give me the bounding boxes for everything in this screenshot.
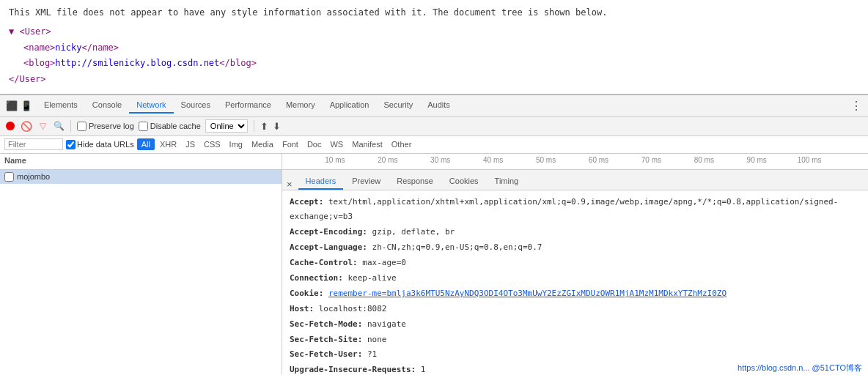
disable-cache-text: Disable cache [150,122,201,130]
filter-type-css[interactable]: CSS [200,139,224,149]
tick-60ms: 60 ms [589,156,608,164]
filter-type-other[interactable]: Other [388,139,416,149]
clear-btn[interactable]: 🚫 [21,120,32,132]
record-btn[interactable] [4,120,16,132]
close-panel-icon[interactable]: × [287,179,293,190]
bottom-bar-text: https://blog.csdn.n... @51CTO博客 [738,363,862,372]
tab-performance[interactable]: Performance [218,97,279,114]
header-row-sec-fetch-mode: Sec-Fetch-Mode: navigate [290,317,861,333]
filter-type-manifest[interactable]: Manifest [348,139,386,149]
devtools-tab-bar: ⬛ 📱 Elements Console Network Sources Per… [0,95,868,117]
tab-cookies[interactable]: Cookies [442,174,486,190]
devtools-panel: ⬛ 📱 Elements Console Network Sources Per… [0,94,868,374]
tab-preview[interactable]: Preview [345,174,388,190]
xml-line-4: </User> [9,72,859,88]
filter-icon: ▽ [40,121,46,131]
inspect-icon[interactable]: ⬛ [6,100,18,111]
tick-50ms: 50 ms [536,156,556,164]
filter-types: All XHR JS CSS Img Media Font Doc WS Man… [137,138,416,150]
tab-network[interactable]: Network [129,97,173,114]
xml-tree: ▼ <User> <name>nicky</name> <blog>http:/… [9,24,859,87]
more-icon[interactable]: ⋮ [850,99,862,113]
hide-data-urls-checkbox[interactable] [66,140,76,149]
tab-security[interactable]: Security [376,97,420,114]
preserve-log-label[interactable]: Preserve log [77,122,134,131]
xml-line-2: <name>nicky</name> [9,40,859,56]
header-row-accept-encoding: Accept-Encoding: gzip, deflate, br [290,225,861,240]
table-row[interactable]: mojombo [0,170,282,184]
tab-console[interactable]: Console [85,97,129,114]
filter-type-all[interactable]: All [137,138,155,150]
xml-info: This XML file does not appear to have an… [9,6,859,20]
record-icon [6,122,15,130]
export-icon[interactable]: ⬇ [273,121,281,132]
filter-type-js[interactable]: JS [182,139,199,149]
devtools-left-icons: ⬛ 📱 [6,100,32,111]
row-checkbox[interactable] [4,172,14,182]
header-row-accept-language: Accept-Language: zh-CN,zh;q=0.9,en-US;q=… [290,240,861,256]
tab-audits[interactable]: Audits [420,97,457,114]
tab-response[interactable]: Response [389,174,441,190]
disable-cache-label[interactable]: Disable cache [139,122,201,131]
filter-input[interactable] [4,138,63,150]
header-row-accept: Accept: text/html,application/xhtml+xml,… [290,195,861,226]
throttle-select[interactable]: Online [205,119,248,133]
search-icon: 🔍 [54,121,65,131]
tab-memory[interactable]: Memory [279,97,323,114]
hide-data-urls-text: Hide data URLs [77,140,134,149]
toolbar-separator-2 [254,120,254,132]
hide-data-urls-label[interactable]: Hide data URLs [66,140,134,149]
tab-headers[interactable]: Headers [298,174,344,190]
filter-type-xhr[interactable]: XHR [156,139,180,149]
filter-bar: Hide data URLs All XHR JS CSS Img Media … [0,136,868,154]
tab-timing[interactable]: Timing [488,174,526,190]
tick-30ms: 30 ms [430,156,450,164]
xml-line-3: <blog>http://smilenicky.blog.csdn.net</b… [9,56,859,72]
bottom-bar: https://blog.csdn.n... @51CTO博客 [732,361,868,375]
request-name: mojombo [17,172,50,181]
filter-type-media[interactable]: Media [248,139,277,149]
header-row-cookie: Cookie: remember-me=bmlja3k6MTU5NzAyNDQ3… [290,286,861,302]
tab-sources[interactable]: Sources [174,97,218,114]
headers-panel: × Headers Preview Response Cookies Timin… [282,170,868,374]
import-icon[interactable]: ⬆ [260,121,268,132]
preserve-log-checkbox[interactable] [77,122,87,131]
device-icon[interactable]: 📱 [21,100,32,111]
main-area: mojombo × Headers Preview Response Cooki… [0,170,868,374]
tick-40ms: 40 ms [483,156,503,164]
tick-80ms: 80 ms [694,156,714,164]
filter-type-font[interactable]: Font [279,139,302,149]
tick-70ms: 70 ms [641,156,661,164]
tab-application[interactable]: Application [323,97,377,114]
filter-type-img[interactable]: Img [226,139,246,149]
disable-cache-checkbox[interactable] [139,122,148,131]
tick-90ms: 90 ms [747,156,767,164]
timeline-bar-area: 10 ms 20 ms 30 ms 40 ms 50 ms 60 ms 70 m… [282,154,868,169]
xml-line-1: ▼ <User> [9,24,859,40]
search-btn[interactable]: 🔍 [53,120,65,132]
tab-elements[interactable]: Elements [37,97,85,114]
header-row-cache-control: Cache-Control: max-age=0 [290,256,861,271]
filter-toggle-btn[interactable]: ▽ [37,120,48,132]
tick-100ms: 100 ms [798,156,822,164]
name-column-header: Name [0,154,282,169]
request-list: mojombo [0,170,282,374]
filter-type-ws[interactable]: WS [326,139,347,149]
preserve-log-text: Preserve log [89,122,134,130]
clear-icon: 🚫 [21,121,32,132]
headers-content: Accept: text/html,application/xhtml+xml,… [282,190,868,374]
tick-20ms: 20 ms [378,156,397,164]
header-row-sec-fetch-site: Sec-Fetch-Site: none [290,333,861,348]
filter-type-doc[interactable]: Doc [304,139,326,149]
toolbar-separator-1 [70,120,71,132]
headers-tab-bar: × Headers Preview Response Cookies Timin… [282,170,868,190]
tick-10ms: 10 ms [325,156,345,164]
header-row-host: Host: localhost:8082 [290,302,861,317]
xml-area: This XML file does not appear to have an… [0,0,868,94]
header-row-connection: Connection: keep-alive [290,271,861,286]
timeline-header: Name 10 ms 20 ms 30 ms 40 ms 50 ms 60 ms… [0,154,868,170]
devtools-right-icons: ⋮ [850,99,862,113]
network-toolbar: 🚫 ▽ 🔍 Preserve log Disable cache Online … [0,117,868,136]
